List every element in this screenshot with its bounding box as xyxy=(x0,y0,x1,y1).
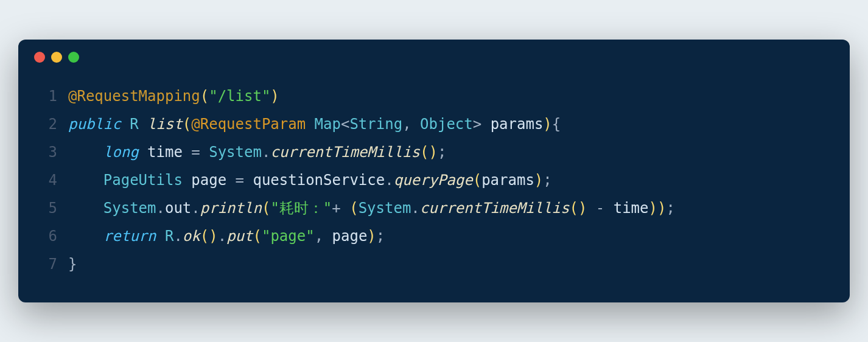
token: @RequestMapping xyxy=(68,88,200,105)
token: ) xyxy=(534,172,543,189)
token: String xyxy=(349,116,402,133)
token: ( xyxy=(183,116,191,133)
token: params xyxy=(491,116,544,133)
token: . xyxy=(262,144,270,161)
token: return xyxy=(103,228,156,245)
token: ok xyxy=(183,228,200,245)
token: ; xyxy=(543,172,551,189)
token: Map xyxy=(315,116,341,133)
line-number: 6 xyxy=(40,222,57,250)
token: @RequestParam xyxy=(191,116,306,133)
line-content: return R.ok().put("page", page); xyxy=(68,222,385,250)
token xyxy=(68,200,103,217)
token xyxy=(200,144,209,161)
token: out xyxy=(165,200,191,217)
code-line: 5 System.out.println("耗时："+ (System.curr… xyxy=(40,194,828,222)
token: ( xyxy=(200,88,209,105)
token: println xyxy=(200,200,262,217)
token xyxy=(183,144,191,161)
token: ( xyxy=(473,172,481,189)
line-number: 3 xyxy=(40,138,57,166)
token: . xyxy=(411,200,419,217)
token: ( xyxy=(262,200,270,217)
line-number: 5 xyxy=(40,194,57,222)
token: = xyxy=(236,172,244,189)
token xyxy=(68,172,103,189)
token: . xyxy=(173,228,182,245)
token: . xyxy=(385,172,393,189)
token: queryPage xyxy=(394,172,473,189)
line-number: 7 xyxy=(40,250,57,278)
token: ; xyxy=(666,200,674,217)
token: ; xyxy=(438,144,446,161)
line-number: 1 xyxy=(40,82,57,110)
token: time xyxy=(147,144,183,161)
token xyxy=(341,200,349,217)
token xyxy=(68,144,103,161)
code-line: 6 return R.ok().put("page", page); xyxy=(40,222,828,250)
token: . xyxy=(156,200,165,217)
token: ( xyxy=(349,200,358,217)
token: )) xyxy=(649,200,667,217)
line-number: 4 xyxy=(40,166,57,194)
token xyxy=(121,116,130,133)
code-line: 1@RequestMapping("/list") xyxy=(40,82,828,110)
code-line: 2public R list(@RequestParam Map<String,… xyxy=(40,110,828,138)
token: - xyxy=(596,200,604,217)
code-line: 3 long time = System.currentTimeMillis()… xyxy=(40,138,828,166)
minimize-icon[interactable] xyxy=(51,52,62,63)
token: ) xyxy=(543,116,551,133)
token: , xyxy=(402,116,420,133)
line-content: long time = System.currentTimeMillis(); xyxy=(68,138,446,166)
token: "/list" xyxy=(209,88,270,105)
token: params xyxy=(481,172,534,189)
line-number: 2 xyxy=(40,110,57,138)
token: ( xyxy=(253,228,261,245)
token: , xyxy=(315,228,332,245)
window-titlebar xyxy=(18,40,850,69)
token: public xyxy=(68,116,121,133)
token: System xyxy=(209,144,262,161)
token: page xyxy=(332,228,368,245)
token: currentTimeMillis xyxy=(420,200,570,217)
token: PageUtils xyxy=(103,172,183,189)
token xyxy=(139,144,147,161)
token: ) xyxy=(270,88,279,105)
token: < xyxy=(341,116,349,133)
token: page xyxy=(191,172,226,189)
line-content: } xyxy=(68,250,77,278)
token: = xyxy=(191,144,200,161)
token: R xyxy=(165,228,173,245)
token: ) xyxy=(367,228,376,245)
line-content: PageUtils page = questionService.queryPa… xyxy=(68,166,552,194)
token: "page" xyxy=(262,228,315,245)
close-icon[interactable] xyxy=(34,52,45,63)
token: () xyxy=(569,200,587,217)
token xyxy=(226,172,235,189)
token: + xyxy=(332,200,340,217)
token: () xyxy=(420,144,438,161)
token: Object xyxy=(420,116,473,133)
token: . xyxy=(191,200,200,217)
token: list xyxy=(147,116,183,133)
token: } xyxy=(68,256,77,273)
line-content: @RequestMapping("/list") xyxy=(68,82,279,110)
token xyxy=(68,228,103,245)
token: { xyxy=(552,116,561,133)
token xyxy=(156,228,165,245)
token xyxy=(604,200,613,217)
token xyxy=(183,172,191,189)
token: questionService xyxy=(253,172,385,189)
token: put xyxy=(226,228,253,245)
maximize-icon[interactable] xyxy=(68,52,79,63)
token xyxy=(306,116,314,133)
token: > xyxy=(473,116,491,133)
token xyxy=(244,172,253,189)
token: () xyxy=(200,228,218,245)
token: . xyxy=(218,228,226,245)
token: time xyxy=(614,200,649,217)
token: System xyxy=(103,200,156,217)
code-line: 7} xyxy=(40,250,828,278)
token: R xyxy=(130,116,138,133)
code-window: 1@RequestMapping("/list")2public R list(… xyxy=(18,40,850,303)
